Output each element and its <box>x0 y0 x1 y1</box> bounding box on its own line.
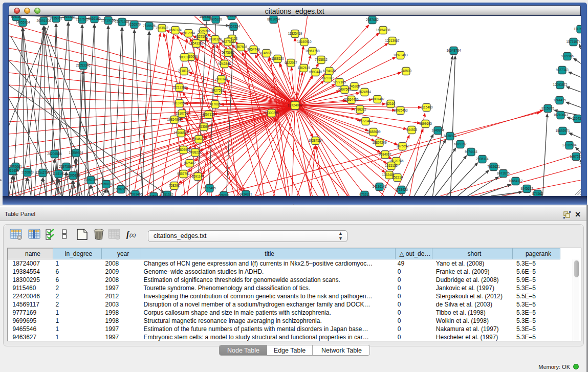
svg-text:873205: 873205 <box>226 16 237 17</box>
svg-text:10719155: 10719155 <box>101 18 116 22</box>
svg-text:976392: 976392 <box>218 193 229 196</box>
svg-text:10958107: 10958107 <box>99 182 114 186</box>
svg-text:7632621: 7632621 <box>487 165 500 168</box>
svg-text:9777169: 9777169 <box>333 80 346 84</box>
svg-text:6466160: 6466160 <box>88 17 101 20</box>
svg-text:8454749: 8454749 <box>247 48 260 51</box>
svg-text:2803144: 2803144 <box>215 77 228 81</box>
svg-text:9474444: 9474444 <box>465 150 477 154</box>
svg-text:874562: 874562 <box>532 192 543 195</box>
svg-text:252214: 252214 <box>391 176 403 179</box>
svg-text:3624554: 3624554 <box>358 90 371 94</box>
svg-text:11125419: 11125419 <box>573 27 581 31</box>
svg-text:16640910: 16640910 <box>297 40 312 43</box>
svg-text:6990448: 6990448 <box>309 70 322 74</box>
svg-text:10025453: 10025453 <box>393 108 408 112</box>
svg-text:8751342: 8751342 <box>161 193 173 196</box>
svg-text:9146821: 9146821 <box>260 51 273 55</box>
svg-text:16154838: 16154838 <box>376 28 390 32</box>
svg-text:7986322: 7986322 <box>354 107 366 111</box>
svg-text:17359924: 17359924 <box>69 151 83 155</box>
svg-text:973211: 973211 <box>359 193 370 196</box>
svg-text:15692971: 15692971 <box>555 129 570 133</box>
svg-text:1156829: 1156829 <box>21 170 34 174</box>
svg-text:9227343: 9227343 <box>556 68 569 72</box>
svg-text:8434921: 8434921 <box>239 192 252 196</box>
svg-text:10046798: 10046798 <box>191 137 206 141</box>
svg-text:9156979: 9156979 <box>128 23 141 26</box>
svg-text:9115460: 9115460 <box>420 105 433 109</box>
svg-text:10688609: 10688609 <box>366 130 381 134</box>
svg-text:19854998: 19854998 <box>167 118 182 121</box>
svg-text:9699695: 9699695 <box>419 122 432 125</box>
svg-text:8938923: 8938923 <box>444 134 456 138</box>
svg-text:16543362: 16543362 <box>189 41 204 45</box>
svg-text:10807487: 10807487 <box>370 97 385 101</box>
svg-text:1691144: 1691144 <box>191 174 204 178</box>
svg-text:9327508: 9327508 <box>222 40 234 43</box>
svg-text:9684067: 9684067 <box>379 152 391 156</box>
svg-text:8215955: 8215955 <box>541 106 554 110</box>
svg-text:14136141: 14136141 <box>372 185 387 188</box>
svg-text:1615132: 1615132 <box>385 164 398 167</box>
svg-text:12023466: 12023466 <box>128 192 143 196</box>
svg-text:12213967: 12213967 <box>385 39 400 42</box>
svg-text:11325419: 11325419 <box>288 32 302 35</box>
svg-text:12505135: 12505135 <box>66 173 80 177</box>
svg-text:8186328: 8186328 <box>209 37 222 41</box>
svg-text:6322037: 6322037 <box>285 61 297 64</box>
svg-text:20091406: 20091406 <box>36 19 51 23</box>
svg-text:7357224: 7357224 <box>227 25 240 28</box>
svg-text:10973493: 10973493 <box>393 53 408 57</box>
svg-text:10654112: 10654112 <box>508 179 522 183</box>
svg-text:62160: 62160 <box>386 102 395 105</box>
svg-text:9329966: 9329966 <box>561 54 574 58</box>
svg-text:5912954: 5912954 <box>182 31 195 35</box>
svg-text:5716485: 5716485 <box>203 186 216 190</box>
svg-text:1621022: 1621022 <box>321 76 334 80</box>
svg-text:7625402: 7625402 <box>183 161 196 165</box>
svg-text:1733426: 1733426 <box>395 188 408 191</box>
svg-text:6497568: 6497568 <box>338 87 351 91</box>
svg-text:2367608: 2367608 <box>234 45 247 49</box>
svg-text:1065326: 1065326 <box>62 16 75 18</box>
svg-text:12342737: 12342737 <box>35 171 50 174</box>
svg-text:7515526: 7515526 <box>143 24 156 28</box>
svg-text:7663822: 7663822 <box>156 26 168 30</box>
svg-text:1167533: 1167533 <box>570 155 581 158</box>
svg-text:3915451: 3915451 <box>9 169 19 172</box>
svg-text:23300295: 23300295 <box>264 111 279 115</box>
svg-text:16210643: 16210643 <box>553 113 568 117</box>
svg-text:21053346: 21053346 <box>76 63 91 67</box>
svg-text:1588520: 1588520 <box>271 57 284 60</box>
svg-text:8427552: 8427552 <box>211 89 224 92</box>
svg-text:19384554: 19384554 <box>308 139 323 142</box>
svg-text:989012: 989012 <box>179 55 190 59</box>
svg-text:9327505: 9327505 <box>195 35 208 38</box>
svg-text:1145191: 1145191 <box>52 172 65 176</box>
svg-text:19166825: 19166825 <box>173 131 188 135</box>
svg-text:2087682: 2087682 <box>366 18 379 21</box>
svg-text:1075692: 1075692 <box>396 144 409 148</box>
svg-text:3267130: 3267130 <box>202 113 215 116</box>
svg-text:758291: 758291 <box>168 184 180 187</box>
svg-text:8813054: 8813054 <box>267 17 280 21</box>
svg-text:6794028: 6794028 <box>323 69 336 73</box>
svg-text:417006: 417006 <box>209 102 221 106</box>
svg-text:1527602: 1527602 <box>76 17 89 21</box>
svg-text:1244415: 1244415 <box>553 98 566 102</box>
svg-text:6879197: 6879197 <box>454 142 467 146</box>
svg-text:8471676: 8471676 <box>497 171 510 175</box>
svg-text:20206536: 20206536 <box>47 152 62 156</box>
svg-text:9242848: 9242848 <box>218 62 231 65</box>
svg-text:904155: 904155 <box>10 16 21 18</box>
svg-text:17957255: 17957255 <box>83 178 98 182</box>
svg-text:16671358: 16671358 <box>115 20 129 24</box>
svg-text:9857791: 9857791 <box>177 172 190 176</box>
svg-text:17016504: 17016504 <box>562 143 577 147</box>
svg-text:1810759: 1810759 <box>176 112 188 115</box>
svg-text:8660124: 8660124 <box>169 28 182 32</box>
svg-text:16782759: 16782759 <box>114 187 128 191</box>
svg-text:12093872: 12093872 <box>553 83 568 86</box>
svg-text:15751074: 15751074 <box>566 40 581 43</box>
